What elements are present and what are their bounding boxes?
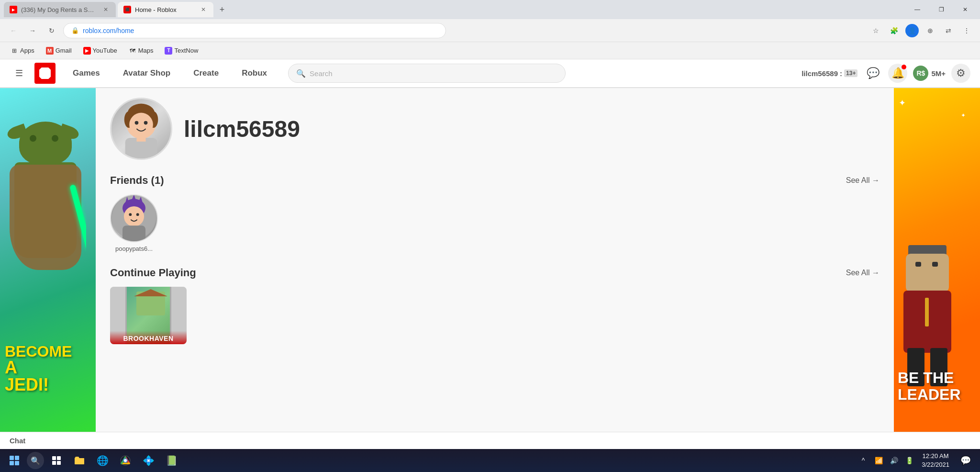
lock-icon: 🔒 (71, 27, 79, 34)
svg-point-16 (136, 213, 139, 216)
nav-games[interactable]: Games (61, 59, 111, 88)
svg-point-5 (135, 121, 139, 125)
extensions-icon[interactable]: ⊕ (923, 23, 938, 38)
tab-1[interactable]: (336) My Dog Rents a Swimming... ✕ (4, 2, 116, 17)
left-banner-text: BECOME A JEDI! (5, 344, 72, 393)
messages-icon-btn[interactable]: 💬 (863, 64, 882, 83)
maximize-button[interactable]: ❐ (930, 2, 952, 17)
bookmark-gmail-label: Gmail (56, 47, 72, 54)
roblox-navbar: ☰ Games Avatar Shop Create Robux 🔍 Searc… (0, 59, 980, 88)
forward-button[interactable]: → (25, 23, 40, 38)
bookmark-apps[interactable]: ⊞ Apps (6, 45, 39, 56)
svg-rect-20 (52, 461, 56, 465)
user-avatar-large[interactable] (110, 98, 172, 160)
friends-list: poopypats6... (110, 194, 880, 252)
edge-browser-button[interactable]: 🌐 (92, 450, 113, 471)
minimize-button[interactable]: — (906, 2, 928, 17)
gear-icon: ⚙ (956, 67, 966, 79)
settings-icon-btn[interactable]: ⚙ (951, 64, 970, 83)
nav-username: lilcm56589 (802, 69, 838, 78)
clock-time: 12:20 AM (922, 452, 949, 461)
game-item-brookhaven[interactable]: BROOKHAVEN (110, 287, 187, 344)
title-bar: (336) My Dog Rents a Swimming... ✕ Home … (0, 0, 980, 19)
nav-avatar-shop[interactable]: Avatar Shop (111, 59, 182, 88)
bookmark-star-icon[interactable]: ☆ (868, 23, 883, 38)
bookmark-maps[interactable]: 🗺 Maps (124, 45, 158, 56)
textnow-icon: T (165, 47, 172, 55)
tab-2-favicon (123, 6, 131, 13)
tray-battery-icon[interactable]: 🔋 (902, 454, 916, 467)
roblox-search-container: 🔍 Search (288, 64, 566, 83)
vscode-button[interactable]: 💠 (138, 450, 159, 471)
bookmark-youtube-label: YouTube (93, 47, 117, 54)
menu-dots-icon[interactable]: ⋮ (959, 23, 974, 38)
continue-see-all[interactable]: See All → (846, 269, 880, 277)
tab-2-close[interactable]: ✕ (199, 5, 208, 14)
bookmark-maps-label: Maps (138, 47, 154, 54)
hamburger-menu-icon[interactable]: ☰ (10, 64, 29, 83)
roblox-nav-links: Games Avatar Shop Create Robux (61, 59, 278, 88)
notifications-icon-btn[interactable]: 🔔 (888, 64, 907, 83)
continue-playing-section: Continue Playing See All → BROOKHAVEN (110, 267, 880, 344)
gmail-icon: M (46, 47, 54, 55)
tab-1-favicon (10, 6, 17, 13)
roblox-logo[interactable] (34, 63, 56, 84)
right-banner-text: BE THE LEADER (898, 370, 961, 403)
url-bar[interactable]: 🔒 roblox.com/home (63, 23, 446, 38)
new-tab-button[interactable]: + (215, 3, 229, 16)
start-button[interactable] (4, 450, 25, 471)
svg-rect-21 (57, 461, 61, 465)
left-banner: BECOME A JEDI! (0, 88, 96, 432)
profile-picture-icon[interactable]: 👤 (904, 23, 920, 38)
friends-section: Friends (1) See All → (110, 174, 880, 252)
address-bar: ← → ↻ 🔒 roblox.com/home ☆ 🧩 👤 ⊕ ⇄ ⋮ (0, 19, 980, 42)
tray-show-hidden-icon[interactable]: ^ (857, 454, 870, 467)
bookmark-youtube[interactable]: ▶ YouTube (78, 45, 122, 56)
nav-create[interactable]: Create (182, 59, 230, 88)
robux-display[interactable]: R$ 5M+ (913, 66, 946, 81)
notification-center-button[interactable]: 💬 (955, 450, 976, 471)
svg-point-15 (129, 213, 132, 216)
taskbar-search-button[interactable]: 🔍 (27, 452, 44, 469)
tray-network-icon[interactable]: 📶 (872, 454, 885, 467)
nav-robux[interactable]: Robux (230, 59, 278, 88)
back-button[interactable]: ← (6, 23, 21, 38)
svg-rect-8 (136, 135, 145, 141)
task-view-icon (52, 456, 61, 465)
search-magnifier-icon: 🔍 (296, 69, 306, 78)
windows-logo-icon (10, 456, 19, 465)
svg-rect-18 (52, 456, 56, 460)
friends-title: Friends (1) (110, 174, 164, 187)
folder-icon (74, 456, 85, 465)
chat-bar[interactable]: Chat (0, 432, 980, 449)
taskbar-clock[interactable]: 12:20 AM 3/22/2021 (918, 452, 953, 469)
brookhaven-label: BROOKHAVEN (110, 331, 187, 344)
friends-see-all[interactable]: See All → (846, 176, 880, 185)
robux-icon: R$ (913, 66, 928, 81)
notification-dot (902, 65, 906, 69)
chat-label: Chat (10, 437, 25, 445)
star-icon-1: ✦ (899, 98, 906, 108)
tray-volume-icon[interactable]: 🔊 (887, 454, 901, 467)
task-view-button[interactable] (46, 450, 67, 471)
address-bar-icons: ☆ 🧩 👤 ⊕ ⇄ ⋮ (868, 23, 974, 38)
refresh-button[interactable]: ↻ (44, 23, 59, 38)
roblox-search-input[interactable]: 🔍 Search (288, 64, 566, 83)
continue-section-header: Continue Playing See All → (110, 267, 880, 279)
sync-icon[interactable]: ⇄ (941, 23, 956, 38)
username-display[interactable]: lilcm56589 : 13+ (802, 69, 858, 78)
star-icon-2: ✦ (961, 112, 966, 119)
close-button[interactable]: ✕ (954, 2, 976, 17)
friend-item-1[interactable]: poopypats6... (110, 194, 158, 252)
epub-button[interactable]: 📗 (161, 450, 182, 471)
file-explorer-button[interactable] (69, 450, 90, 471)
chrome-button[interactable] (115, 450, 136, 471)
bookmark-gmail[interactable]: M Gmail (41, 45, 77, 56)
tab-2[interactable]: Home - Roblox ✕ (118, 2, 213, 17)
extension-puzzle-icon[interactable]: 🧩 (886, 23, 902, 38)
bookmark-textnow[interactable]: T TextNow (160, 45, 203, 56)
svg-point-25 (124, 459, 127, 462)
friends-section-header: Friends (1) See All → (110, 174, 880, 187)
robux-count: 5M+ (931, 69, 946, 78)
tab-1-close[interactable]: ✕ (101, 5, 110, 14)
